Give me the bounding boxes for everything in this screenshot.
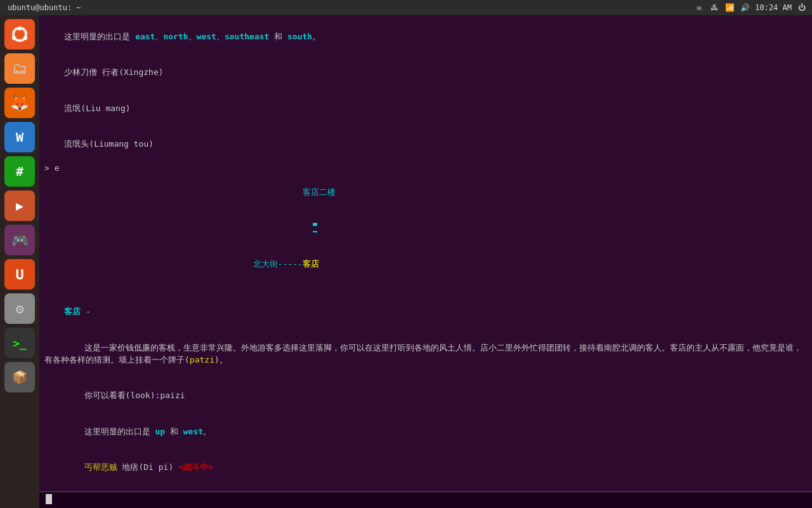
terminal-line: ■: [44, 211, 807, 247]
terminal-line: > e: [44, 163, 807, 175]
terminal: 这里明显的出口是 east、north、west、southeast 和 sou…: [39, 15, 812, 493]
network-icon[interactable]: 🖧: [709, 3, 719, 13]
sidebar-item-firefox[interactable]: 🦊: [4, 88, 35, 118]
sidebar-item-impress[interactable]: ▶: [4, 190, 35, 221]
terminal-line: 这里明显的出口是 east、north、west、southeast 和 sou…: [44, 19, 807, 55]
sidebar-item-terminal[interactable]: >_: [4, 328, 35, 358]
terminal-line: 你可以看看(look):paizi: [44, 378, 807, 414]
sidebar-item-tray[interactable]: 📦: [4, 362, 35, 392]
sidebar-item-writer[interactable]: W: [4, 122, 35, 152]
email-icon[interactable]: ✉: [694, 3, 704, 13]
sidebar-item-calc[interactable]: #: [4, 156, 35, 187]
sidebar-item-ubuntu[interactable]: [4, 19, 35, 50]
taskbar-right: ✉ 🖧 📶 🔊 10:24 AM ⏻: [694, 3, 807, 13]
terminal-line: 丐帮恶贼 地痞(Di pi) <战斗中>: [44, 450, 807, 486]
terminal-line: 客店二楼: [44, 175, 807, 211]
terminal-line: 客店 -: [44, 294, 807, 330]
volume-icon[interactable]: 🔊: [740, 3, 750, 13]
svg-point-1: [15, 29, 25, 39]
taskbar-title: ubuntu@ubuntu: ~: [5, 3, 694, 12]
clock: 10:24 AM: [755, 3, 792, 12]
svg-point-2: [18, 27, 22, 30]
terminal-line: 少林刀僧 行者(Xingzhe): [44, 55, 807, 91]
taskbar: ubuntu@ubuntu: ~ ✉ 🖧 📶 🔊 10:24 AM ⏻: [0, 0, 812, 15]
sidebar-item-files[interactable]: 🗂: [4, 53, 35, 84]
wifi-icon[interactable]: 📶: [724, 3, 735, 13]
sidebar-item-ubuntu-software[interactable]: U: [4, 259, 35, 290]
bottom-bar: [39, 491, 812, 508]
terminal-line: 这是一家价钱低廉的客栈，生意非常兴隆。外地游客多选择这里落脚，你可以在这里打听到…: [44, 330, 807, 378]
bottom-cursor: [44, 494, 52, 506]
terminal-line: 北大街-----客店: [44, 246, 807, 283]
terminal-line: 流氓头(Liumang tou): [44, 127, 807, 163]
sidebar-item-misc[interactable]: 🎮: [4, 225, 35, 255]
power-icon[interactable]: ⏻: [797, 3, 807, 13]
sidebar-item-settings[interactable]: ⚙: [4, 293, 35, 324]
terminal-line: 这里明显的出口是 up 和 west。: [44, 414, 807, 450]
svg-point-4: [12, 36, 16, 40]
terminal-line: [44, 283, 807, 295]
terminal-line: 流氓(Liu mang): [44, 91, 807, 127]
sidebar: 🗂 🦊 W # ▶ 🎮 U ⚙ >_ 📦: [0, 15, 39, 508]
svg-point-3: [23, 36, 27, 40]
